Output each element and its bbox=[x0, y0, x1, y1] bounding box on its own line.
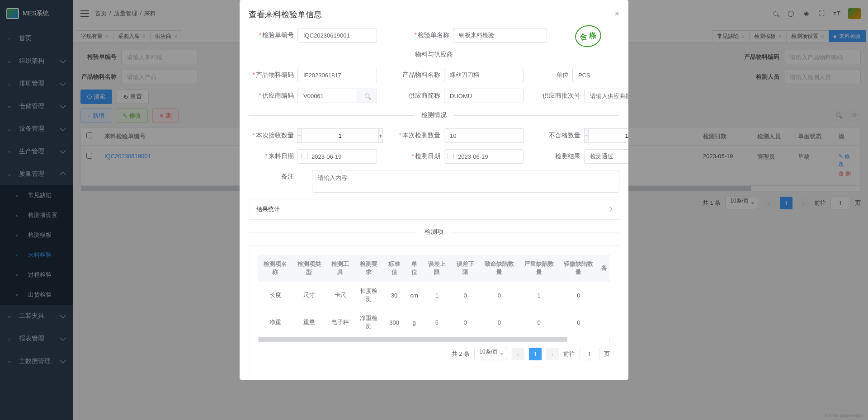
dialog-title: 查看来料检验单信息 bbox=[249, 9, 322, 20]
field-vendor-code[interactable] bbox=[297, 89, 357, 103]
field-check-date[interactable] bbox=[444, 149, 524, 164]
dialog: 查看来料检验单信息 × 合 格 *检验单编号 *检验单名称 物料与供应商 *产品… bbox=[240, 0, 628, 380]
check-items-table: 检测项名称检测项类型检测工具检测要求标准值单位误差上限误差下限致命缺陷数量严重缺… bbox=[258, 255, 610, 336]
section-items-divider: 检测项 bbox=[249, 228, 619, 236]
section-check-divider: 检测情况 bbox=[249, 111, 619, 119]
items-pager-prev[interactable]: ‹ bbox=[512, 348, 524, 360]
item-col: 备 bbox=[599, 255, 610, 282]
stepper-recv-qty[interactable]: −+ bbox=[297, 128, 377, 143]
item-col: 严重缺陷数量 bbox=[519, 255, 559, 282]
chevron-right-icon bbox=[607, 207, 612, 212]
section-material-divider: 物料与供应商 bbox=[249, 51, 619, 59]
item-col: 检测项类型 bbox=[292, 255, 326, 282]
field-check-qty[interactable] bbox=[444, 128, 524, 143]
field-vendor-short[interactable] bbox=[444, 89, 524, 103]
field-item-code[interactable] bbox=[297, 68, 377, 82]
calendar-icon bbox=[301, 153, 307, 159]
item-col: 检测项名称 bbox=[258, 255, 292, 282]
items-pagination: 共 2 条 10条/页 ‹ 1 › 前往 页 bbox=[258, 342, 610, 366]
field-inspect-name[interactable] bbox=[453, 28, 547, 42]
items-pager-next[interactable]: › bbox=[546, 348, 559, 360]
stepper-minus[interactable]: − bbox=[584, 128, 589, 143]
item-col: 误差上限 bbox=[423, 255, 451, 282]
item-col: 单位 bbox=[406, 255, 423, 282]
collapse-stats[interactable]: 结果统计 bbox=[249, 199, 619, 220]
stepper-plus[interactable]: + bbox=[378, 128, 383, 143]
watermark: CSDN @geek@z bbox=[825, 413, 863, 418]
item-col: 检测要求 bbox=[354, 255, 383, 282]
item-row: 净重重量电子秤净重检测300g50000 bbox=[258, 309, 610, 336]
field-inspect-no[interactable] bbox=[297, 28, 377, 42]
stepper-minus[interactable]: − bbox=[297, 128, 302, 143]
item-row: 长度尺寸卡尺长度检测30cm10010 bbox=[258, 282, 610, 309]
items-pager-page-1[interactable]: 1 bbox=[529, 348, 542, 360]
field-unit[interactable] bbox=[572, 68, 628, 82]
field-result-select[interactable] bbox=[584, 149, 628, 164]
item-col: 标准值 bbox=[383, 255, 406, 282]
field-in-date[interactable] bbox=[297, 149, 377, 164]
dialog-close-icon[interactable]: × bbox=[614, 9, 619, 20]
field-vendor-lot[interactable] bbox=[584, 89, 628, 103]
check-items-panel: 检测项名称检测项类型检测工具检测要求标准值单位误差上限误差下限致命缺陷数量严重缺… bbox=[249, 245, 619, 375]
item-col: 致命缺陷数量 bbox=[479, 255, 519, 282]
items-page-size-select[interactable]: 10条/页 bbox=[474, 348, 507, 360]
qualified-stamp-icon: 合 格 bbox=[573, 23, 603, 49]
items-pager-goto-input[interactable] bbox=[580, 348, 599, 360]
stepper-ng-qty[interactable]: −+ bbox=[584, 128, 628, 143]
field-remark[interactable] bbox=[312, 170, 619, 193]
calendar-icon bbox=[448, 153, 454, 159]
items-scrollbar[interactable] bbox=[258, 337, 610, 342]
vendor-search-button[interactable] bbox=[357, 89, 377, 103]
item-col: 检测工具 bbox=[326, 255, 355, 282]
item-col: 轻微缺陷数量 bbox=[559, 255, 599, 282]
item-col: 误差下限 bbox=[451, 255, 480, 282]
field-item-name[interactable] bbox=[444, 68, 524, 82]
